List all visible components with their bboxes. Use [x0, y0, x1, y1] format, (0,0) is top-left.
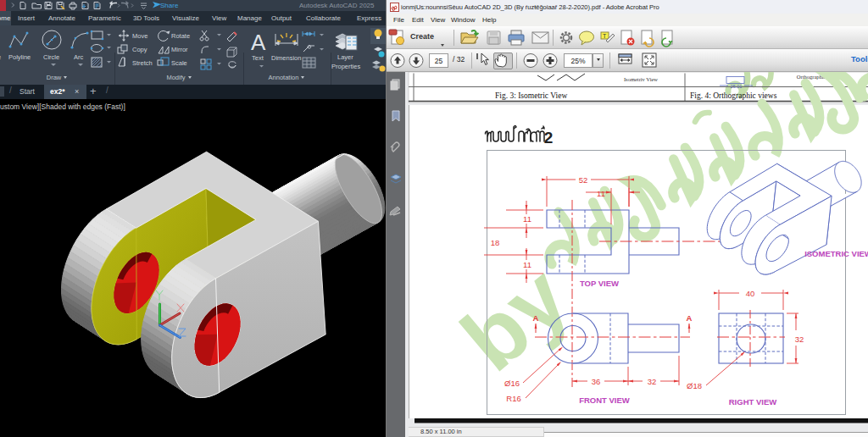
svg-text:2: 2 [544, 129, 554, 147]
svg-text:11: 11 [597, 189, 605, 198]
svg-text:36: 36 [592, 377, 601, 386]
svg-text:11: 11 [523, 214, 531, 224]
svg-text:R16: R16 [506, 394, 520, 403]
svg-text:A: A [251, 30, 266, 55]
svg-text:A: A [687, 313, 693, 323]
svg-text:RIGHT VIEW: RIGHT VIEW [729, 397, 777, 407]
svg-text:40: 40 [746, 289, 755, 298]
svg-text:11: 11 [523, 260, 531, 269]
svg-text:Fig. 3: Isometric View: Fig. 3: Isometric View [495, 91, 567, 100]
svg-text:25.01: 25.01 [731, 84, 743, 89]
svg-text:ISOMETRIC VIEW: ISOMETRIC VIEW [804, 249, 868, 258]
svg-text:Fig. 4: Orthographic views: Fig. 4: Orthographic views [690, 91, 777, 100]
svg-text:Isometriv View: Isometriv View [624, 76, 658, 82]
svg-text:52: 52 [579, 175, 588, 185]
svg-text:32: 32 [795, 335, 804, 344]
svg-text:32: 32 [648, 377, 657, 386]
svg-text:A: A [533, 313, 539, 323]
svg-text:Ø18: Ø18 [687, 381, 702, 390]
svg-text:18: 18 [491, 238, 500, 247]
svg-text:T: T [603, 33, 607, 39]
svg-text:TOP VIEW: TOP VIEW [580, 279, 619, 288]
svg-text:Ø16: Ø16 [504, 379, 520, 388]
svg-text:FRONT VIEW: FRONT VIEW [579, 396, 630, 405]
